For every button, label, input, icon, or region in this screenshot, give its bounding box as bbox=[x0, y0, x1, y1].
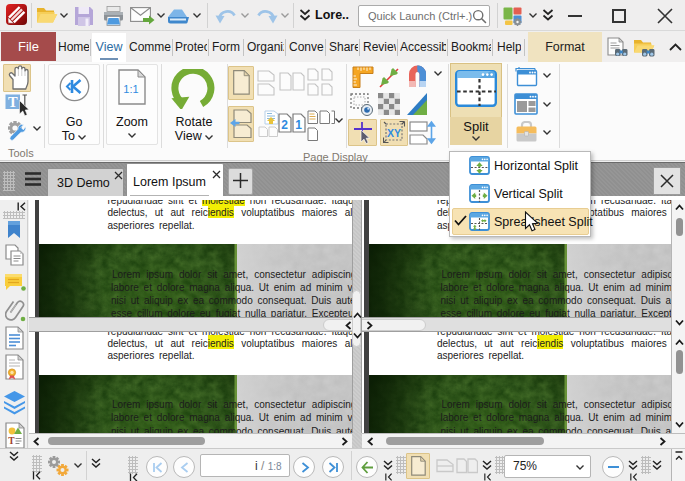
svg-text:1: 1 bbox=[295, 118, 302, 132]
svg-text:XY: XY bbox=[387, 127, 401, 139]
svg-text:T: T bbox=[8, 94, 18, 110]
svg-text:T: T bbox=[8, 436, 15, 446]
svg-text:1:1: 1:1 bbox=[123, 83, 138, 95]
svg-text:2: 2 bbox=[281, 118, 288, 132]
